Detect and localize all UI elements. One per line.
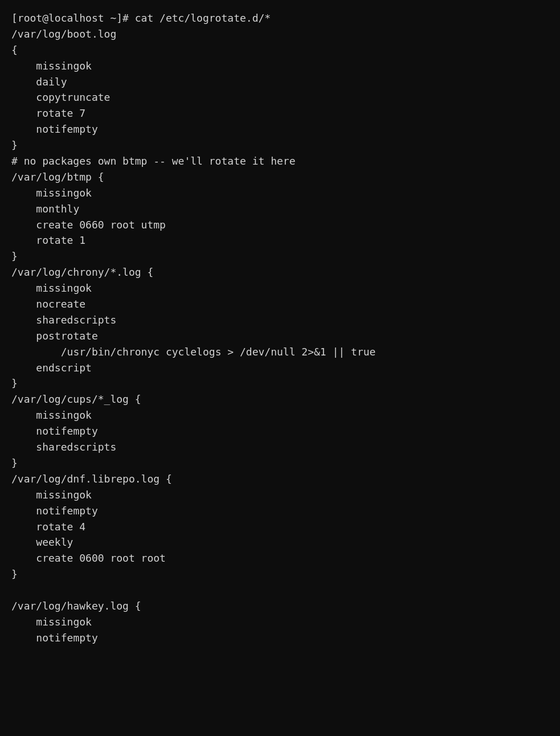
terminal-line: /var/log/boot.log	[11, 26, 549, 42]
terminal-line: daily	[11, 74, 549, 90]
terminal-line	[11, 582, 549, 598]
terminal-line: /usr/bin/chronyc cyclelogs > /dev/null 2…	[11, 344, 549, 360]
terminal-line: notifempty	[11, 423, 549, 439]
terminal-line: nocreate	[11, 296, 549, 312]
terminal-line: }	[11, 248, 549, 264]
terminal-line: notifempty	[11, 630, 549, 646]
terminal-line: sharedscripts	[11, 439, 549, 455]
terminal-line: }	[11, 566, 549, 582]
terminal-line: rotate 7	[11, 105, 549, 121]
terminal-line: create 0660 root utmp	[11, 217, 549, 233]
terminal-line: create 0600 root root	[11, 550, 549, 566]
terminal-line: missingok	[11, 407, 549, 423]
terminal-line: /var/log/chrony/*.log {	[11, 264, 549, 280]
terminal-line: # no packages own btmp -- we'll rotate i…	[11, 153, 549, 169]
terminal-line: notifempty	[11, 121, 549, 137]
terminal-line: rotate 1	[11, 232, 549, 248]
terminal-line: }	[11, 375, 549, 391]
terminal-output: [root@localhost ~]# cat /etc/logrotate.d…	[11, 10, 549, 646]
terminal-line: /var/log/hawkey.log {	[11, 598, 549, 614]
terminal-line: missingok	[11, 487, 549, 503]
terminal-line: /var/log/btmp {	[11, 169, 549, 185]
terminal-line: }	[11, 137, 549, 153]
terminal-line: [root@localhost ~]# cat /etc/logrotate.d…	[11, 10, 549, 26]
terminal-line: monthly	[11, 201, 549, 217]
terminal-line: /var/log/cups/*_log {	[11, 391, 549, 407]
terminal-line: notifempty	[11, 503, 549, 519]
terminal-line: missingok	[11, 614, 549, 630]
terminal-line: }	[11, 455, 549, 471]
terminal-line: sharedscripts	[11, 312, 549, 328]
terminal-line: postrotate	[11, 328, 549, 344]
terminal-line: missingok	[11, 58, 549, 74]
terminal-line: missingok	[11, 185, 549, 201]
terminal-line: {	[11, 42, 549, 58]
terminal-line: endscript	[11, 360, 549, 376]
terminal-line: copytruncate	[11, 89, 549, 105]
terminal-line: missingok	[11, 280, 549, 296]
terminal-line: rotate 4	[11, 519, 549, 535]
terminal-line: weekly	[11, 534, 549, 550]
terminal-line: /var/log/dnf.librepo.log {	[11, 471, 549, 487]
